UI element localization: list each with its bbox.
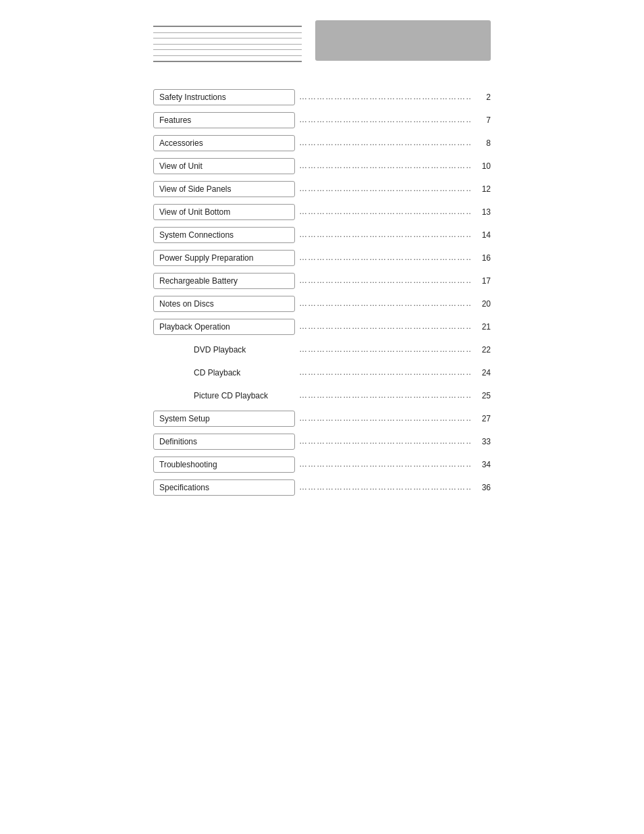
toc-row-playback-operation[interactable]: Playback Operation……………………………………………………21 [153,317,491,336]
toc-dots-cd-playback: …………………………………………………… [295,366,472,379]
toc-row-specifications[interactable]: Specifications……………………………………………………36 [153,478,491,497]
toc-dots-features: …………………………………………………… [295,113,472,126]
toc-dots-definitions: …………………………………………………… [295,435,472,448]
toc-page-power-supply-preparation: 16 [472,253,491,263]
toc-row-safety-instructions[interactable]: Safety Instructions……………………………………………………2 [153,88,491,107]
toc-dots-playback-operation: …………………………………………………… [295,320,472,333]
header-line-7 [153,61,302,62]
header-line-3 [153,38,302,38]
toc-row-features[interactable]: Features……………………………………………………7 [153,111,491,130]
toc-row-rechargeable-battery[interactable]: Rechargeable Battery……………………………………………………… [153,271,491,290]
toc-page-troubleshooting: 34 [472,460,491,469]
toc-row-definitions[interactable]: Definitions……………………………………………………33 [153,432,491,451]
toc-label-definitions: Definitions [153,434,295,450]
header-box [315,20,491,61]
toc-container: Safety Instructions……………………………………………………2… [146,88,498,497]
header-line-2 [153,32,302,33]
header-line-5 [153,49,302,50]
toc-row-view-of-unit-bottom[interactable]: View of Unit Bottom……………………………………………………1… [153,203,491,221]
toc-row-view-of-unit[interactable]: View of Unit……………………………………………………10 [153,157,491,176]
toc-row-picture-cd-playback[interactable]: Picture CD Playback……………………………………………………2… [153,386,491,405]
header-line-4 [153,44,302,45]
toc-label-safety-instructions: Safety Instructions [153,89,295,105]
toc-label-view-of-unit: View of Unit [153,158,295,174]
toc-label-playback-operation: Playback Operation [153,319,295,335]
toc-page-specifications: 36 [472,483,491,492]
toc-dots-system-setup: …………………………………………………… [295,412,472,425]
toc-dots-troubleshooting: …………………………………………………… [295,458,472,471]
toc-dots-rechargeable-battery: …………………………………………………… [295,274,472,287]
toc-label-specifications: Specifications [153,479,295,496]
toc-page-accessories: 8 [472,138,491,148]
toc-dots-system-connections: …………………………………………………… [295,228,472,241]
toc-row-dvd-playback[interactable]: DVD Playback……………………………………………………22 [153,340,491,359]
header-lines [153,26,302,62]
header-line-6 [153,55,302,56]
toc-page-picture-cd-playback: 25 [472,391,491,400]
toc-row-power-supply-preparation[interactable]: Power Supply Preparation…………………………………………… [153,249,491,267]
toc-dots-view-of-side-panels: …………………………………………………… [295,182,472,195]
toc-row-system-setup[interactable]: System Setup……………………………………………………27 [153,409,491,428]
toc-page-system-setup: 27 [472,414,491,423]
toc-page-dvd-playback: 22 [472,345,491,355]
toc-row-notes-on-discs[interactable]: Notes on Discs……………………………………………………20 [153,294,491,313]
toc-label-rechargeable-battery: Rechargeable Battery [153,273,295,289]
toc-page-playback-operation: 21 [472,322,491,332]
toc-label-picture-cd-playback: Picture CD Playback [153,388,295,404]
toc-label-system-connections: System Connections [153,227,295,243]
toc-dots-picture-cd-playback: …………………………………………………… [295,389,472,402]
toc-label-dvd-playback: DVD Playback [153,342,295,358]
page-container: Safety Instructions……………………………………………………2… [0,20,644,834]
toc-label-cd-playback: CD Playback [153,365,295,381]
toc-page-view-of-unit-bottom: 13 [472,207,491,217]
toc-page-view-of-unit: 10 [472,161,491,171]
toc-dots-view-of-unit: …………………………………………………… [295,159,472,172]
header-line-1 [153,26,302,27]
toc-dots-dvd-playback: …………………………………………………… [295,343,472,356]
toc-page-definitions: 33 [472,437,491,446]
toc-row-system-connections[interactable]: System Connections……………………………………………………14 [153,226,491,244]
header-area [153,20,491,68]
toc-row-cd-playback[interactable]: CD Playback……………………………………………………24 [153,363,491,382]
toc-label-view-of-side-panels: View of Side Panels [153,181,295,197]
toc-dots-notes-on-discs: …………………………………………………… [295,297,472,310]
toc-row-troubleshooting[interactable]: Troubleshooting……………………………………………………34 [153,455,491,474]
toc-label-notes-on-discs: Notes on Discs [153,296,295,312]
toc-dots-view-of-unit-bottom: …………………………………………………… [295,205,472,218]
toc-label-troubleshooting: Troubleshooting [153,457,295,473]
toc-page-system-connections: 14 [472,230,491,240]
toc-page-safety-instructions: 2 [472,93,491,102]
toc-label-features: Features [153,112,295,128]
toc-row-view-of-side-panels[interactable]: View of Side Panels……………………………………………………1… [153,180,491,199]
toc-dots-accessories: …………………………………………………… [295,136,472,149]
toc-label-system-setup: System Setup [153,411,295,427]
toc-label-power-supply-preparation: Power Supply Preparation [153,250,295,266]
toc-page-view-of-side-panels: 12 [472,184,491,194]
toc-dots-safety-instructions: …………………………………………………… [295,90,472,103]
toc-label-view-of-unit-bottom: View of Unit Bottom [153,204,295,220]
toc-page-notes-on-discs: 20 [472,299,491,309]
toc-dots-power-supply-preparation: …………………………………………………… [295,251,472,264]
toc-dots-specifications: …………………………………………………… [295,481,472,494]
toc-page-rechargeable-battery: 17 [472,276,491,286]
toc-label-accessories: Accessories [153,135,295,151]
toc-row-accessories[interactable]: Accessories……………………………………………………8 [153,134,491,153]
toc-page-features: 7 [472,115,491,125]
toc-page-cd-playback: 24 [472,368,491,377]
